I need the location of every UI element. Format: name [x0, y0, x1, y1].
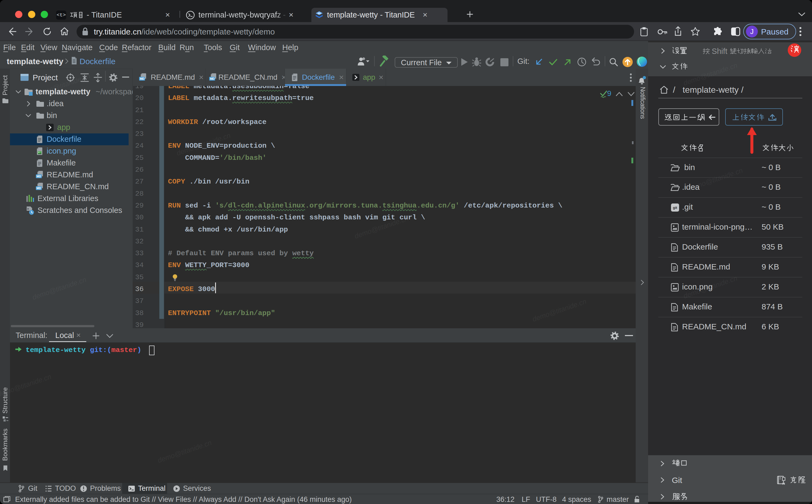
svg-text:MD: MD [210, 77, 215, 80]
svg-text:MD: MD [36, 187, 41, 190]
svg-text:MD: MD [140, 77, 144, 80]
svg-text:MD: MD [36, 175, 41, 178]
svg-text:git: git [673, 206, 677, 210]
